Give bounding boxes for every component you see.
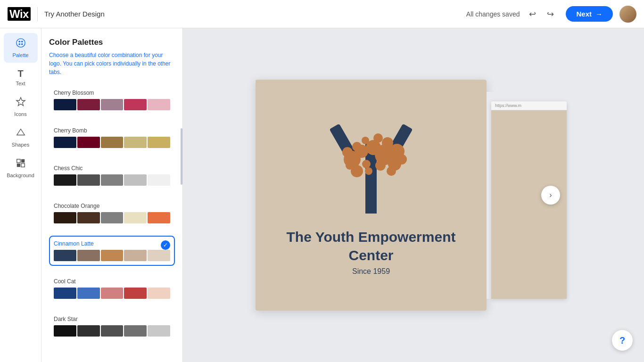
svg-point-28 <box>342 147 353 157</box>
canvas-area: The Youth Empowerment Center Since 1959 … <box>183 28 644 362</box>
palette-name-cherry-blossom: Cherry Blossom <box>54 90 170 96</box>
logo-svg <box>314 115 428 218</box>
redo-button[interactable]: ↪ <box>542 6 558 22</box>
svg-rect-7 <box>21 159 24 163</box>
panel-description: Choose a beautiful color combination for… <box>49 51 175 76</box>
svg-point-0 <box>16 39 25 47</box>
selected-checkmark: ✓ <box>161 240 170 250</box>
swatch-cherry-bomb-4 <box>148 137 170 148</box>
sidebar-item-label-shapes: Shapes <box>12 142 29 148</box>
panel-header: Color Palettes Choose a beautiful color … <box>41 28 182 81</box>
svg-point-27 <box>352 142 362 151</box>
undo-button[interactable]: ↩ <box>524 6 540 22</box>
palette-name-cinnamon-latte: Cinnamon Latte <box>54 240 170 247</box>
user-avatar[interactable] <box>619 6 636 23</box>
swatch-chess-chic-2 <box>101 174 124 186</box>
palette-swatches-cool-cat <box>54 288 170 299</box>
sidebar-item-label-text: Text <box>16 81 25 86</box>
palette-item-cherry-bomb[interactable]: Cherry Bomb <box>49 123 175 153</box>
sidebar-item-text[interactable]: TText <box>4 64 38 91</box>
topbar: Wix Try Another Design All changes saved… <box>0 0 644 28</box>
palette-item-cinnamon-latte[interactable]: Cinnamon Latte✓ <box>49 236 175 266</box>
browser-address-bar: https://www.m <box>491 101 567 110</box>
color-palettes-panel: Color Palettes Choose a beautiful color … <box>41 28 183 362</box>
icon-sidebar: PaletteTTextIconsShapesBackground <box>0 28 41 362</box>
swatch-dark-star-3 <box>124 325 147 337</box>
palette-swatches-chess-chic <box>54 174 170 186</box>
swatch-chess-chic-0 <box>54 174 76 186</box>
swatch-cinnamon-latte-2 <box>101 250 124 261</box>
swatch-cinnamon-latte-3 <box>124 250 147 261</box>
next-arrow-icon: → <box>595 10 603 18</box>
sidebar-item-shapes[interactable]: Shapes <box>4 123 38 152</box>
logo-main-text: The Youth Empowerment Center <box>274 228 468 264</box>
text-icon: T <box>17 68 23 79</box>
palette-item-cool-cat[interactable]: Cool Cat <box>49 273 175 304</box>
swatch-chess-chic-3 <box>124 174 147 186</box>
svg-point-31 <box>346 161 354 170</box>
swatch-cool-cat-0 <box>54 288 76 299</box>
palette-swatches-cherry-bomb <box>54 137 170 148</box>
topbar-divider <box>37 7 38 21</box>
swatch-cherry-bomb-3 <box>124 137 147 148</box>
svg-point-2 <box>21 41 23 42</box>
panel-title: Color Palettes <box>49 38 175 47</box>
svg-point-25 <box>373 133 383 143</box>
topbar-saved-status: All changes saved <box>466 10 520 18</box>
next-preview-arrow[interactable]: › <box>541 186 560 205</box>
svg-rect-6 <box>17 159 20 163</box>
logo-sub-text: Since 1959 <box>352 267 390 276</box>
right-preview: https://www.m › <box>487 92 571 299</box>
sidebar-item-label-palette: Palette <box>12 52 28 58</box>
palette-name-dark-star: Dark Star <box>54 316 170 322</box>
swatch-dark-star-0 <box>54 325 76 337</box>
palette-name-chess-chic: Chess Chic <box>54 165 170 172</box>
swatch-cherry-blossom-2 <box>101 99 124 110</box>
sidebar-item-palette[interactable]: Palette <box>4 33 38 63</box>
swatch-cherry-bomb-1 <box>77 137 100 148</box>
palette-swatches-chocolate-orange <box>54 212 170 223</box>
swatch-cherry-blossom-0 <box>54 99 76 110</box>
palette-icon <box>16 38 26 51</box>
swatch-cinnamon-latte-4 <box>148 250 170 261</box>
saved-text: All changes saved <box>466 10 520 18</box>
svg-point-19 <box>375 160 386 171</box>
palette-item-chess-chic[interactable]: Chess Chic <box>49 160 175 190</box>
swatch-dark-star-4 <box>148 325 170 337</box>
swatch-dark-star-2 <box>101 325 124 337</box>
palette-swatches-dark-star <box>54 325 170 337</box>
next-label: Next <box>576 10 592 18</box>
svg-point-29 <box>396 154 407 165</box>
next-button[interactable]: Next → <box>566 6 613 22</box>
palette-name-cherry-bomb: Cherry Bomb <box>54 127 170 134</box>
svg-rect-8 <box>17 164 20 167</box>
sidebar-item-background[interactable]: Background <box>4 153 38 183</box>
svg-point-3 <box>18 43 20 45</box>
svg-point-20 <box>362 160 371 168</box>
swatch-chocolate-orange-2 <box>101 212 124 223</box>
swatch-chess-chic-4 <box>148 174 170 186</box>
swatch-cherry-blossom-4 <box>148 99 170 110</box>
palette-item-cherry-blossom[interactable]: Cherry Blossom <box>49 85 175 115</box>
svg-point-22 <box>365 167 372 175</box>
swatch-cherry-bomb-0 <box>54 137 76 148</box>
sidebar-item-label-background: Background <box>7 173 34 178</box>
palette-item-dark-star[interactable]: Dark Star <box>49 311 175 341</box>
svg-point-30 <box>387 166 396 176</box>
swatch-chocolate-orange-1 <box>77 212 100 223</box>
palette-item-chocolate-orange[interactable]: Chocolate Orange <box>49 198 175 228</box>
sidebar-item-icons[interactable]: Icons <box>4 92 38 122</box>
swatch-cherry-blossom-1 <box>77 99 100 110</box>
palette-name-chocolate-orange: Chocolate Orange <box>54 203 170 209</box>
svg-marker-5 <box>16 98 25 106</box>
help-button[interactable]: ? <box>612 330 633 351</box>
logo-preview-card: The Youth Empowerment Center Since 1959 <box>256 80 487 311</box>
swatch-cool-cat-4 <box>148 288 170 299</box>
sidebar-item-label-icons: Icons <box>14 111 26 117</box>
svg-point-26 <box>362 137 369 144</box>
browser-content <box>491 110 567 299</box>
palette-swatches-cherry-blossom <box>54 99 170 110</box>
scroll-indicator <box>181 128 182 185</box>
background-icon <box>16 158 26 171</box>
swatch-cool-cat-3 <box>124 288 147 299</box>
